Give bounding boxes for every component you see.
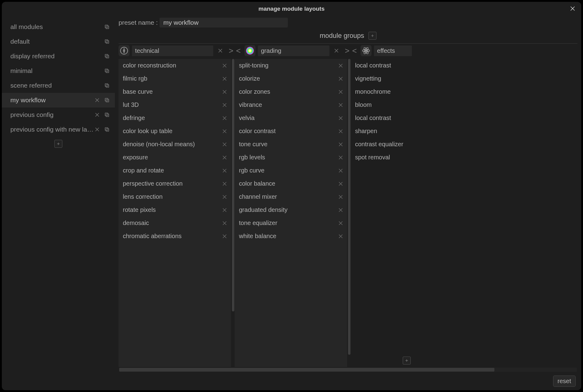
remove-module-icon[interactable] [337,101,345,109]
module-row[interactable]: demosaic [119,216,231,230]
module-row[interactable]: vibrance [235,98,347,111]
module-row[interactable]: lens correction [119,190,231,203]
remove-module-icon[interactable] [337,62,345,70]
module-row[interactable]: monochrome [351,85,412,98]
module-row[interactable]: spot removal [351,151,412,164]
remove-module-icon[interactable] [221,114,229,122]
preset-row[interactable]: my workflow [2,93,115,107]
remove-module-icon[interactable] [337,180,345,188]
module-row[interactable]: velvia [235,111,347,125]
remove-module-icon[interactable] [221,75,229,83]
remove-module-icon[interactable] [337,88,345,96]
move-group-right-icon[interactable]: > [227,44,235,58]
move-group-right-icon[interactable]: > [343,44,351,58]
add-preset-button[interactable] [54,140,62,148]
preset-row[interactable]: minimal [2,64,115,78]
remove-module-icon[interactable] [221,101,229,109]
module-row[interactable]: vignetting [351,72,412,85]
module-row[interactable]: filmic rgb [119,72,231,85]
module-row[interactable]: rgb curve [235,164,347,177]
module-row[interactable]: rgb levels [235,151,347,164]
remove-module-icon[interactable] [221,88,229,96]
hscrollbar-thumb[interactable] [119,368,494,372]
module-row[interactable]: crop and rotate [119,164,231,177]
remove-module-icon[interactable] [337,140,345,148]
close-icon[interactable] [569,5,576,12]
module-row[interactable]: base curve [119,85,231,98]
module-row[interactable]: rotate pixels [119,203,231,216]
group-name-input[interactable]: effects [374,45,412,56]
preset-row[interactable]: default [2,34,115,49]
preset-row[interactable]: display referred [2,49,115,64]
remove-module-icon[interactable] [337,154,345,162]
vscrollbar-thumb[interactable] [348,59,350,355]
module-row[interactable]: denoise (non-local means) [119,138,231,151]
preset-row[interactable]: scene referred [2,78,115,93]
add-group-button[interactable] [369,32,376,40]
groups-hscrollbar[interactable] [119,368,577,372]
delete-preset-icon[interactable] [94,96,101,104]
remove-module-icon[interactable] [221,219,229,227]
module-row[interactable]: color look up table [119,125,231,138]
duplicate-preset-icon[interactable] [103,53,111,60]
duplicate-preset-icon[interactable] [103,111,111,118]
move-group-left-icon[interactable]: < [235,44,242,58]
delete-preset-icon[interactable] [94,126,101,133]
module-row[interactable]: colorize [235,72,347,85]
remove-module-icon[interactable] [221,154,229,162]
group-name-input[interactable]: technical [132,45,213,56]
group-vscrollbar[interactable] [232,59,235,367]
preset-row[interactable]: previous config [2,107,115,122]
module-row[interactable]: white balance [235,230,347,243]
remove-module-icon[interactable] [221,140,229,148]
duplicate-preset-icon[interactable] [103,126,111,133]
preset-row[interactable]: all modules [2,20,115,34]
remove-module-icon[interactable] [337,219,345,227]
remove-module-icon[interactable] [337,193,345,201]
module-row[interactable]: sharpen [351,125,412,138]
duplicate-preset-icon[interactable] [103,67,111,74]
remove-group-icon[interactable] [216,46,225,55]
rainbow-icon[interactable] [244,45,255,56]
duplicate-preset-icon[interactable] [103,23,111,31]
module-row[interactable]: color zones [235,85,347,98]
remove-module-icon[interactable] [337,127,345,135]
module-row[interactable]: perspective correction [119,177,231,190]
remove-module-icon[interactable] [221,232,229,240]
module-row[interactable]: channel mixer [235,190,347,203]
module-row[interactable]: tone equalizer [235,216,347,230]
remove-module-icon[interactable] [221,167,229,175]
duplicate-preset-icon[interactable] [103,96,111,104]
module-row[interactable]: color contrast [235,125,347,138]
preset-row[interactable]: previous config with new lay... [2,122,115,137]
module-row[interactable]: defringe [119,111,231,125]
module-row[interactable]: bloom [351,98,412,111]
module-row[interactable]: contrast equalizer [351,138,412,151]
add-module-button[interactable] [403,357,411,365]
vscrollbar-thumb[interactable] [232,59,234,311]
module-row[interactable]: chromatic aberrations [119,230,231,243]
module-row[interactable]: split-toning [235,59,347,72]
duplicate-preset-icon[interactable] [103,82,111,89]
group-name-input[interactable]: grading [258,45,329,56]
remove-module-icon[interactable] [221,180,229,188]
remove-module-icon[interactable] [221,206,229,214]
module-row[interactable]: exposure [119,151,231,164]
module-row[interactable]: color balance [235,177,347,190]
delete-preset-icon[interactable] [94,111,101,118]
preset-name-input[interactable]: my workflow [160,18,288,27]
remove-module-icon[interactable] [221,127,229,135]
module-row[interactable]: graduated density [235,203,347,216]
remove-module-icon[interactable] [221,62,229,70]
reset-button[interactable]: reset [553,376,576,387]
remove-module-icon[interactable] [337,232,345,240]
remove-module-icon[interactable] [337,167,345,175]
module-row[interactable]: local contrast [351,59,412,72]
remove-module-icon[interactable] [337,206,345,214]
remove-module-icon[interactable] [221,193,229,201]
duplicate-preset-icon[interactable] [103,38,111,45]
module-row[interactable]: local contrast [351,111,412,125]
remove-module-icon[interactable] [337,114,345,122]
compass-icon[interactable] [119,45,130,56]
remove-group-icon[interactable] [332,46,341,55]
